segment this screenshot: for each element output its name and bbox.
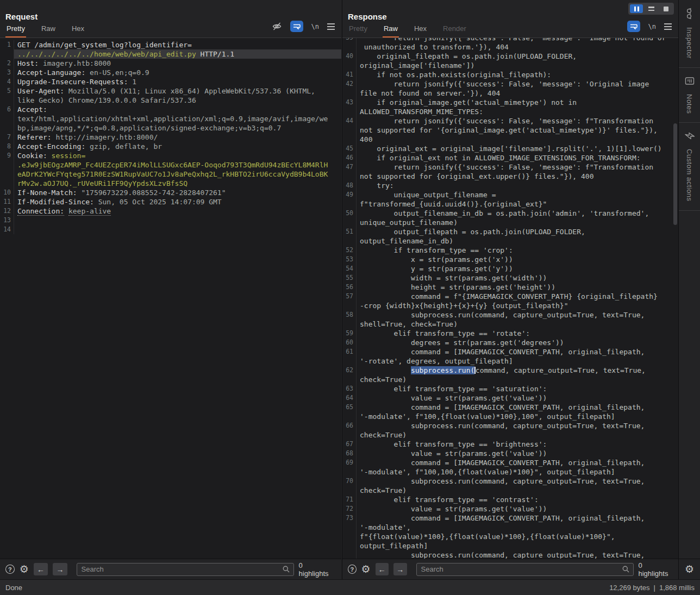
code-line[interactable]: subprocess.run(command, capture_output=T… <box>342 550 678 559</box>
code-line[interactable]: 55 width = str(params.get('width')) <box>342 273 678 283</box>
code-line[interactable]: bp,image/apng,*/*;q=0.8,application/sign… <box>0 123 341 133</box>
code-line[interactable]: 14 <box>0 225 341 234</box>
code-line[interactable]: 10If-None-Match: "1759673229.088552-742-… <box>0 188 341 197</box>
code-line[interactable]: 48 try: <box>342 181 678 190</box>
response-editor[interactable]: 39 return jsonify({'success': False, 'me… <box>342 38 678 559</box>
word-wrap-toggle-icon[interactable] <box>627 21 640 32</box>
code-line[interactable]: 61 command = [IMAGEMAGICK_CONVERT_PATH, … <box>342 347 678 356</box>
code-line[interactable]: 7Referer: http://imagery.htb:8000/ <box>0 133 341 142</box>
code-line[interactable]: shell=True, check=True) <box>342 320 678 329</box>
code-line[interactable]: output_filename_in_db) <box>342 236 678 246</box>
code-line[interactable]: unauthorized to transform.'}), 404 <box>342 42 678 52</box>
code-line[interactable]: rMv2w.aOJ7UQ._rUVeURi1FF9QyYpdsXLzvBfsSQ <box>0 179 341 188</box>
code-line[interactable]: 57 command = f"{IMAGEMAGICK_CONVERT_PATH… <box>342 292 678 301</box>
request-menu-icon[interactable] <box>327 23 335 30</box>
code-line[interactable]: 50 output_filename_in_db = os.path.join(… <box>342 209 678 218</box>
code-line[interactable]: file not found on server.'}), 404 <box>342 89 678 98</box>
request-editor[interactable]: 1GET /admin/get_system_log?log_identifie… <box>0 38 341 559</box>
code-line[interactable]: 67 elif transform_type == 'brightness': <box>342 440 678 449</box>
tab-response-pretty[interactable]: Pretty <box>348 24 368 37</box>
code-line[interactable]: 58 subprocess.run(command, capture_outpu… <box>342 310 678 320</box>
newline-display-icon[interactable]: \n <box>648 23 656 30</box>
code-line[interactable]: 52 if transform_type == 'crop': <box>342 246 678 255</box>
response-menu-icon[interactable] <box>664 23 672 30</box>
code-line[interactable]: 11If-Modified-Since: Sun, 05 Oct 2025 14… <box>0 197 341 206</box>
code-line[interactable]: 54 y = str(params.get('y')) <box>342 264 678 273</box>
code-line[interactable]: 64 value = str(params.get('value')) <box>342 393 678 403</box>
code-line[interactable]: like Gecko) Chrome/139.0.0.0 Safari/537.… <box>0 96 341 105</box>
code-line[interactable]: 400 <box>342 135 678 144</box>
code-line[interactable]: 1GET /admin/get_system_log?log_identifie… <box>0 40 341 49</box>
code-line[interactable]: output_filepath] <box>342 541 678 550</box>
hide-nonprintable-icon[interactable] <box>272 21 282 32</box>
code-line[interactable]: not supported for '{original_image.get('… <box>342 126 678 135</box>
sidebar-item-inspector[interactable]: Inspector <box>679 0 700 68</box>
code-line[interactable]: 69 command = [IMAGEMAGICK_CONVERT_PATH, … <box>342 458 678 467</box>
pause-capture-button[interactable] <box>630 4 643 13</box>
code-line[interactable]: 59 elif transform_type == 'rotate': <box>342 329 678 338</box>
code-line[interactable]: 40 original_filepath = os.path.join(UPLO… <box>342 52 678 61</box>
code-line[interactable]: 5User-Agent: Mozilla/5.0 (X11; Linux x86… <box>0 86 341 96</box>
code-line[interactable]: 44 return jsonify({'success': False, 'me… <box>342 116 678 126</box>
code-line[interactable]: 2Host: imagery.htb:8000 <box>0 59 341 68</box>
code-line[interactable]: 47 return jsonify({'success': False, 'me… <box>342 162 678 172</box>
code-line[interactable]: 60 degrees = str(params.get('degrees')) <box>342 338 678 347</box>
code-line[interactable]: 65 command = [IMAGEMAGICK_CONVERT_PATH, … <box>342 403 678 412</box>
code-line[interactable]: ALLOWED_TRANSFORM_MIME_TYPES: <box>342 107 678 116</box>
response-search-input[interactable] <box>416 563 634 576</box>
code-line[interactable]: 43 if original_image.get('actual_mimetyp… <box>342 98 678 107</box>
code-line[interactable]: 39 return jsonify({'success': False, 'me… <box>342 38 678 42</box>
code-line[interactable]: 4Upgrade-Insecure-Requests: 1 <box>0 77 341 86</box>
code-line[interactable]: 3Accept-Language: en-US,en;q=0.9 <box>0 68 341 77</box>
code-line[interactable]: text/html,application/xhtml+xml,applicat… <box>0 114 341 123</box>
code-line[interactable]: f"{float(value)*100},{float(value)*100},… <box>342 532 678 541</box>
sidebar-item-custom-actions[interactable]: Custom actions <box>679 123 700 211</box>
code-line[interactable]: 6Accept: <box>0 105 341 114</box>
code-line[interactable]: 63 elif transform_type == 'saturation': <box>342 384 678 393</box>
code-line[interactable]: check=True) <box>342 375 678 384</box>
code-line[interactable]: 72 value = str(params.get('value')) <box>342 504 678 513</box>
code-line[interactable]: 49 unique_output_filename = <box>342 190 678 199</box>
code-line[interactable]: 12Connection: keep-alive <box>0 206 341 216</box>
response-help-icon[interactable]: ? <box>348 565 357 574</box>
code-line[interactable]: 56 height = str(params.get('height')) <box>342 283 678 292</box>
tab-response-raw[interactable]: Raw <box>383 24 399 37</box>
code-line[interactable]: 53 x = str(params.get('x')) <box>342 255 678 264</box>
code-line[interactable]: unique_output_filename) <box>342 218 678 227</box>
code-line[interactable]: 66 subprocess.run(command, capture_outpu… <box>342 421 678 430</box>
newline-display-icon[interactable]: \n <box>311 23 319 30</box>
code-line[interactable]: '-modulate', f"100,100,{float(value)*100… <box>342 467 678 477</box>
code-line[interactable]: 51 output_filepath = os.path.join(UPLOAD… <box>342 227 678 236</box>
tab-request-pretty[interactable]: Pretty <box>5 24 26 37</box>
code-line[interactable]: 8Accept-Encoding: gzip, deflate, br <box>0 142 341 151</box>
code-line[interactable]: check=True) <box>342 430 678 440</box>
code-line[interactable]: 70 subprocess.run(command, capture_outpu… <box>342 477 678 486</box>
code-line[interactable]: not supported for {original_ext.upper()}… <box>342 172 678 181</box>
queue-capture-button[interactable] <box>645 4 658 13</box>
code-line[interactable]: 9Cookie: session= <box>0 151 341 160</box>
tab-request-raw[interactable]: Raw <box>40 24 57 37</box>
response-search-next-button[interactable]: → <box>393 563 407 575</box>
code-line[interactable]: '-modulate', <box>342 523 678 532</box>
code-line[interactable]: 68 value = str(params.get('value')) <box>342 449 678 458</box>
code-line[interactable]: .eJw9jbEOgzAMRP_Fc4UEZcpER74iMolLLSUGxc6… <box>0 160 341 170</box>
code-line[interactable]: -crop {width}x{height}+{x}+{y} {output_f… <box>342 301 678 310</box>
request-help-icon[interactable]: ? <box>5 565 15 574</box>
request-search-next-button[interactable]: → <box>53 563 67 575</box>
word-wrap-toggle-icon[interactable] <box>290 21 303 32</box>
code-line[interactable]: '-rotate', degrees, output_filepath] <box>342 356 678 366</box>
code-line[interactable]: 45 original_ext = original_image['filena… <box>342 144 678 153</box>
tab-response-render[interactable]: Render <box>442 24 467 37</box>
code-line[interactable]: 62 subprocess.run(command, capture_outpu… <box>342 366 678 375</box>
sidebar-item-notes[interactable]: Notes <box>679 68 700 123</box>
stop-capture-button[interactable] <box>659 4 672 13</box>
code-line[interactable]: 46 if original_ext not in ALLOWED_IMAGE_… <box>342 153 678 162</box>
code-line[interactable]: 42 return jsonify({'success': False, 'me… <box>342 79 678 89</box>
code-line[interactable]: ../../../../../../home/web/web/api_edit.… <box>0 49 341 59</box>
request-search-input[interactable] <box>77 563 294 576</box>
code-line[interactable]: check=True) <box>342 486 678 495</box>
code-line[interactable]: original_image['filename']) <box>342 61 678 70</box>
response-scrollbar-thumb[interactable] <box>673 123 677 225</box>
request-search-prev-button[interactable]: ← <box>34 563 48 575</box>
response-search-settings-icon[interactable]: ⚙ <box>361 564 371 574</box>
